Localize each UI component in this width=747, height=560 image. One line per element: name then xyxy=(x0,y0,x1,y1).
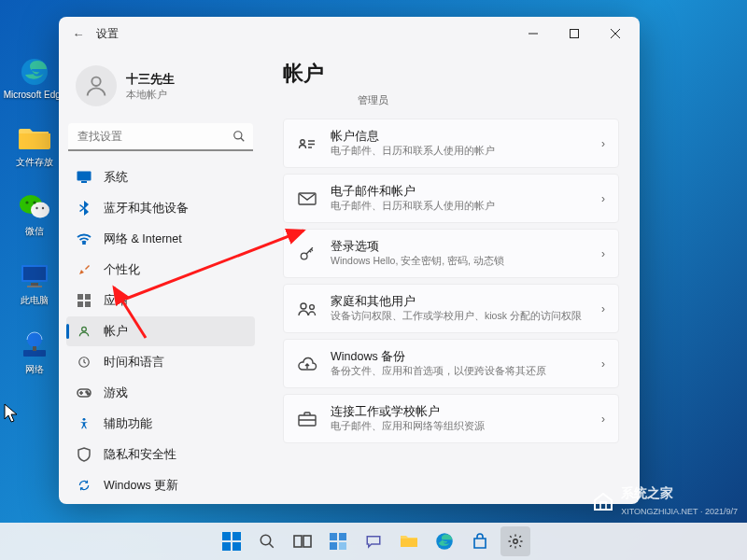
card-title: 帐户信息 xyxy=(331,129,588,145)
nav-label: 辅助功能 xyxy=(104,416,152,432)
user-block[interactable]: 十三先生 本地帐户 xyxy=(66,54,255,119)
svg-rect-45 xyxy=(600,502,606,510)
nav-item-apps[interactable]: 应用 xyxy=(66,286,255,315)
card-desc: 电子邮件、应用和网络等组织资源 xyxy=(331,420,588,433)
taskbar-store[interactable] xyxy=(465,526,495,556)
svg-point-40 xyxy=(301,303,306,309)
chevron-right-icon: › xyxy=(601,357,605,371)
svg-rect-25 xyxy=(85,294,91,300)
maximize-button[interactable] xyxy=(554,17,595,50)
svg-line-20 xyxy=(241,138,245,142)
svg-rect-8 xyxy=(23,267,46,280)
card-title: 登录选项 xyxy=(331,239,588,255)
desktop-icon-wechat[interactable]: 微信 xyxy=(7,191,62,238)
taskbar-search[interactable] xyxy=(252,526,282,556)
mail-icon xyxy=(297,189,317,209)
taskbar-chat[interactable] xyxy=(359,526,388,556)
svg-rect-54 xyxy=(330,533,337,540)
nav-item-accounts[interactable]: 帐户 xyxy=(66,316,255,346)
desktop-icon-network[interactable]: 网络 xyxy=(7,329,62,376)
main-panel: 帐户 管理员 帐户信息电子邮件、日历和联系人使用的帐户› 电子邮件和帐户电子邮件… xyxy=(262,50,640,504)
desktop-icon-folder[interactable]: 文件存放 xyxy=(7,122,62,169)
taskbar-explorer[interactable] xyxy=(394,526,424,556)
desktop-icon-edge[interactable]: Microsoft Edge xyxy=(7,56,62,100)
nav-item-personalize[interactable]: 个性化 xyxy=(66,255,255,285)
nav-item-gaming[interactable]: 游戏 xyxy=(66,378,255,408)
svg-point-19 xyxy=(234,132,242,139)
minimize-button[interactable] xyxy=(513,17,554,50)
card-title: 连接工作或学校帐户 xyxy=(331,404,588,420)
card-desc: 备份文件、应用和首选项，以便跨设备将其还原 xyxy=(331,365,588,378)
svg-point-32 xyxy=(88,393,90,395)
card-family[interactable]: 家庭和其他用户设备访问权限、工作或学校用户、kiosk 分配的访问权限› xyxy=(283,284,619,333)
chevron-right-icon: › xyxy=(601,413,605,426)
network-icon xyxy=(19,329,50,361)
shield-icon xyxy=(76,446,92,463)
svg-line-51 xyxy=(269,543,274,548)
desktop-icon-thispc[interactable]: 此电脑 xyxy=(7,260,62,307)
user-type: 本地帐户 xyxy=(126,88,175,102)
page-title: 帐户 xyxy=(283,60,324,88)
svg-rect-24 xyxy=(78,294,83,300)
chevron-right-icon: › xyxy=(601,302,605,315)
svg-rect-53 xyxy=(303,536,311,547)
nav-item-network[interactable]: 网络 & Internet xyxy=(66,224,255,254)
nav-item-update[interactable]: Windows 更新 xyxy=(66,470,255,500)
card-work[interactable]: 连接工作或学校帐户电子邮件、应用和网络等组织资源› xyxy=(283,394,619,443)
window-title: 设置 xyxy=(96,26,119,42)
brush-icon xyxy=(76,261,92,278)
svg-point-5 xyxy=(35,207,37,209)
card-desc: 电子邮件、日历和联系人使用的帐户 xyxy=(331,145,588,158)
svg-rect-10 xyxy=(27,286,42,287)
card-email[interactable]: 电子邮件和帐户电子邮件、日历和联系人使用的帐户› xyxy=(283,174,619,223)
chevron-right-icon: › xyxy=(601,137,605,150)
svg-point-2 xyxy=(31,203,49,218)
nav-item-bluetooth[interactable]: 蓝牙和其他设备 xyxy=(66,193,255,223)
nav-label: 时间和语言 xyxy=(104,355,164,371)
svg-point-50 xyxy=(261,535,271,545)
accessibility-icon xyxy=(76,415,92,432)
close-button[interactable] xyxy=(595,17,636,50)
nav-item-time[interactable]: 时间和语言 xyxy=(66,347,255,377)
gaming-icon xyxy=(76,385,92,401)
nav-item-privacy[interactable]: 隐私和安全性 xyxy=(66,440,255,469)
svg-point-34 xyxy=(301,139,304,143)
desktop-icon-label: Microsoft Edge xyxy=(4,90,66,100)
apps-icon xyxy=(76,292,92,309)
nav-label: 个性化 xyxy=(104,262,140,278)
card-desc: 设备访问权限、工作或学校用户、kiosk 分配的访问权限 xyxy=(331,310,588,323)
taskbar-settings[interactable] xyxy=(500,526,530,556)
chevron-right-icon: › xyxy=(601,192,605,205)
card-backup[interactable]: Windows 备份备份文件、应用和首选项，以便跨设备将其还原› xyxy=(283,339,619,388)
svg-rect-48 xyxy=(222,542,231,551)
nav-label: 网络 & Internet xyxy=(104,231,182,247)
svg-point-6 xyxy=(42,207,44,209)
wifi-icon xyxy=(76,231,92,247)
people-icon xyxy=(297,299,317,319)
taskbar-widgets[interactable] xyxy=(323,526,353,556)
back-button[interactable]: ← xyxy=(63,18,94,49)
taskbar-taskview[interactable] xyxy=(288,526,317,556)
system-icon xyxy=(76,169,92,186)
start-button[interactable] xyxy=(217,526,247,556)
id-icon xyxy=(297,133,317,154)
card-account-info[interactable]: 帐户信息电子邮件、日历和联系人使用的帐户› xyxy=(283,119,619,168)
nav-item-accessibility[interactable]: 辅助功能 xyxy=(66,409,255,439)
search-input[interactable] xyxy=(68,123,253,151)
nav-item-system[interactable]: 系统 xyxy=(66,162,255,192)
svg-rect-26 xyxy=(78,301,83,307)
watermark-text: 系统之家 xyxy=(621,485,738,502)
svg-rect-58 xyxy=(401,539,417,547)
bluetooth-icon xyxy=(76,200,92,217)
taskbar-edge[interactable] xyxy=(430,526,459,556)
svg-rect-52 xyxy=(294,536,302,547)
taskbar xyxy=(0,523,747,560)
nav-label: 系统 xyxy=(104,170,128,186)
svg-rect-57 xyxy=(339,542,346,550)
svg-rect-22 xyxy=(81,181,87,183)
card-signin[interactable]: 登录选项Windows Hello, 安全密钥, 密码, 动态锁› xyxy=(283,229,619,278)
computer-icon xyxy=(19,260,50,292)
avatar-icon xyxy=(76,65,117,106)
svg-point-18 xyxy=(92,77,100,86)
desktop-icon-label: 此电脑 xyxy=(21,294,49,307)
